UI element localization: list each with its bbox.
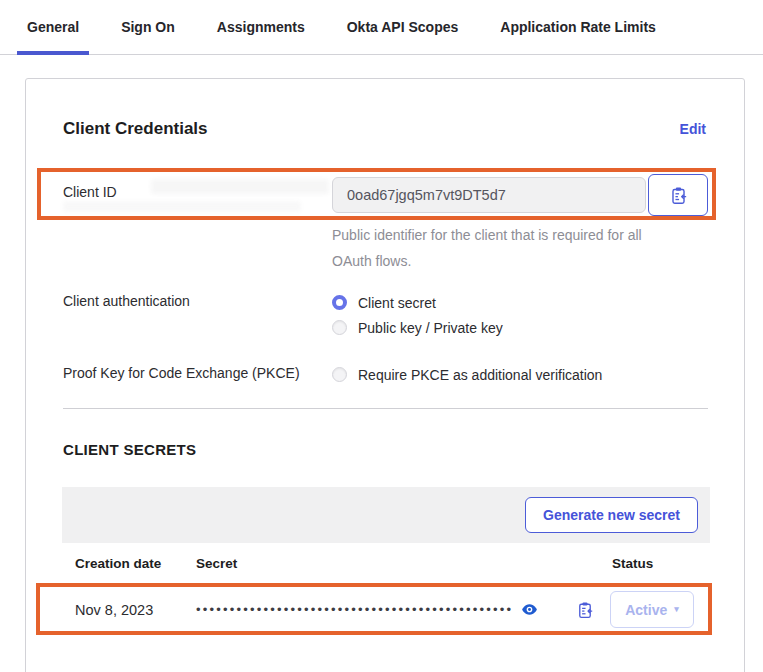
tab-sign-on-label: Sign On — [121, 19, 175, 35]
clipboard-copy-icon — [576, 601, 594, 619]
table-header-row: Creation date Secret Status — [62, 543, 710, 585]
copy-client-id-button[interactable] — [648, 174, 708, 216]
status-badge: Active — [625, 602, 667, 618]
option-public-private-key-label: Public key / Private key — [358, 320, 503, 336]
blur-artifact — [151, 179, 329, 194]
client-id-input[interactable] — [332, 177, 646, 213]
secret-cell: ••••••••••••••••••••••••••••••••••••••••… — [196, 601, 612, 619]
client-id-row: Client ID — [63, 170, 708, 219]
status-dropdown-button[interactable]: Active ▾ — [610, 591, 694, 628]
client-authentication-label: Client authentication — [63, 293, 190, 309]
section-divider — [63, 408, 708, 409]
radio-unselected-icon[interactable] — [332, 320, 347, 335]
tab-application-rate-limits[interactable]: Application Rate Limits — [479, 0, 677, 54]
masked-secret-value: ••••••••••••••••••••••••••••••••••••••••… — [196, 602, 513, 617]
chevron-down-icon: ▾ — [674, 605, 679, 614]
tab-okta-api-scopes-label: Okta API Scopes — [347, 19, 459, 35]
edit-link[interactable]: Edit — [680, 121, 706, 137]
app-tabbar: General Sign On Assignments Okta API Sco… — [0, 0, 763, 55]
client-id-label: Client ID — [63, 184, 117, 200]
radio-selected-icon[interactable] — [332, 295, 347, 310]
header-creation-date: Creation date — [75, 556, 196, 571]
reveal-secret-button[interactable] — [521, 601, 538, 618]
tab-general-label: General — [27, 19, 79, 35]
option-client-secret-label: Client secret — [358, 295, 436, 311]
pkce-label: Proof Key for Code Exchange (PKCE) — [63, 365, 300, 381]
tab-assignments[interactable]: Assignments — [196, 0, 326, 54]
tab-assignments-label: Assignments — [217, 19, 305, 35]
client-secrets-toolbar: Generate new secret — [62, 487, 710, 543]
option-public-private-key[interactable]: Public key / Private key — [332, 315, 503, 340]
client-credentials-header: Client Credentials Edit — [63, 119, 706, 139]
client-secrets-title: CLIENT SECRETS — [63, 441, 196, 458]
checkbox-unchecked-icon[interactable] — [332, 367, 347, 382]
header-status: Status — [612, 556, 710, 571]
copy-secret-button[interactable] — [576, 601, 594, 619]
client-id-help-text: Public identifier for the client that is… — [332, 222, 684, 274]
tab-okta-api-scopes[interactable]: Okta API Scopes — [326, 0, 480, 54]
option-client-secret[interactable]: Client secret — [332, 290, 503, 315]
eye-icon — [521, 601, 538, 618]
secret-creation-date: Nov 8, 2023 — [75, 602, 196, 618]
client-secrets-table: Creation date Secret Status Nov 8, 2023 … — [62, 543, 710, 634]
app-settings-screen: General Sign On Assignments Okta API Sco… — [0, 0, 763, 672]
option-require-pkce-label: Require PKCE as additional verification — [358, 367, 602, 383]
status-cell: Active ▾ — [612, 591, 710, 628]
client-authentication-options: Client secret Public key / Private key — [332, 290, 503, 340]
general-settings-card: Client Credentials Edit Client ID — [25, 78, 745, 672]
client-credentials-title: Client Credentials — [63, 119, 208, 139]
tab-sign-on[interactable]: Sign On — [100, 0, 196, 54]
tab-general[interactable]: General — [6, 0, 100, 54]
clipboard-copy-icon — [669, 186, 688, 205]
table-row: Nov 8, 2023 ••••••••••••••••••••••••••••… — [62, 585, 710, 634]
header-secret: Secret — [196, 556, 612, 571]
tab-application-rate-limits-label: Application Rate Limits — [500, 19, 656, 35]
blur-artifact — [63, 201, 301, 212]
generate-new-secret-button[interactable]: Generate new secret — [525, 497, 698, 533]
pkce-option: Require PKCE as additional verification — [332, 362, 602, 387]
option-require-pkce[interactable]: Require PKCE as additional verification — [332, 362, 602, 387]
